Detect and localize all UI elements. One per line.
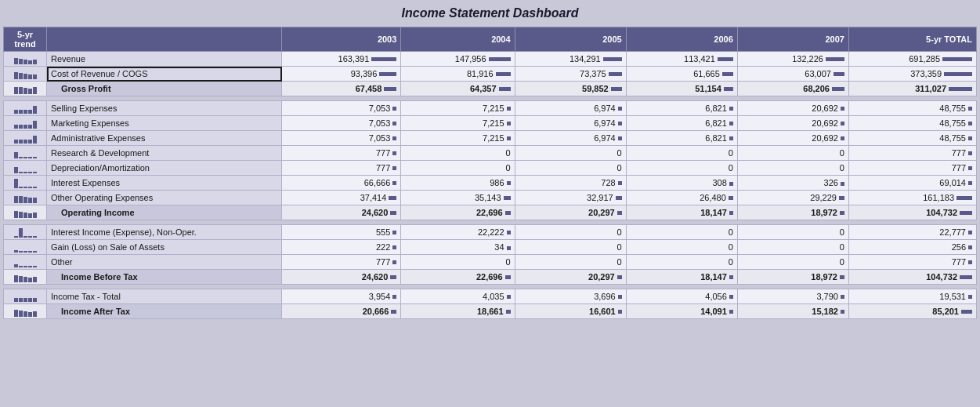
trend-cell <box>4 67 47 82</box>
year-2006-header: 2006 <box>626 27 737 52</box>
value-cogs-1: 81,916 <box>401 67 515 82</box>
row-label-marketing: Marketing Expenses <box>47 116 282 131</box>
table-row: Interest Expenses66,66698672830832669,01… <box>4 176 977 191</box>
value-gain_loss-3: 0 <box>626 240 737 255</box>
row-label-depr: Depreciation/Amortization <box>47 161 282 176</box>
trend-cell <box>4 101 47 116</box>
trend-cell <box>4 304 47 319</box>
trend-cell <box>4 255 47 270</box>
row-label-income_after_tax: Income After Tax <box>47 304 282 319</box>
value-interest_nonoper-1: 22,222 <box>401 225 515 240</box>
value-other2-0: 777 <box>282 255 401 270</box>
value-income_before_tax-4: 18,972 <box>737 270 848 285</box>
value-income_tax-3: 4,056 <box>626 289 737 304</box>
year-2007-header: 2007 <box>737 27 848 52</box>
dashboard: Income Statement Dashboard 5-yr trend 20… <box>0 0 980 322</box>
table-row: Income Before Tax24,62022,69620,29718,14… <box>4 270 977 285</box>
value-gross_profit-0: 67,458 <box>282 82 401 96</box>
value-rd-5: 777 <box>848 146 976 161</box>
value-income_after_tax-0: 20,666 <box>282 304 401 319</box>
trend-cell <box>4 176 47 191</box>
value-other2-4: 0 <box>737 255 848 270</box>
value-gain_loss-0: 222 <box>282 240 401 255</box>
value-interest_exp-1: 986 <box>401 176 515 191</box>
value-marketing-1: 7,215 <box>401 116 515 131</box>
value-admin-5: 48,755 <box>848 131 976 146</box>
table-row: Gain (Loss) on Sale of Assets22234000256 <box>4 240 977 255</box>
value-rd-1: 0 <box>401 146 515 161</box>
trend-cell <box>4 240 47 255</box>
value-rd-3: 0 <box>626 146 737 161</box>
value-income_after_tax-4: 15,182 <box>737 304 848 319</box>
value-income_before_tax-0: 24,620 <box>282 270 401 285</box>
value-admin-0: 7,053 <box>282 131 401 146</box>
value-op_income-3: 18,147 <box>626 205 737 220</box>
value-income_after_tax-1: 18,661 <box>401 304 515 319</box>
row-label-op_income: Operating Income <box>47 205 282 220</box>
value-rd-0: 777 <box>282 146 401 161</box>
value-income_tax-5: 19,531 <box>848 289 976 304</box>
value-interest_exp-3: 308 <box>626 176 737 191</box>
value-marketing-4: 20,692 <box>737 116 848 131</box>
value-other2-3: 0 <box>626 255 737 270</box>
value-interest_exp-4: 326 <box>737 176 848 191</box>
value-marketing-3: 6,821 <box>626 116 737 131</box>
table-row: Operating Income24,62022,69620,29718,147… <box>4 205 977 220</box>
table-row: Other Operating Expenses37,41435,14332,9… <box>4 191 977 205</box>
value-selling-1: 7,215 <box>401 101 515 116</box>
value-other2-5: 777 <box>848 255 976 270</box>
value-income_tax-0: 3,954 <box>282 289 401 304</box>
trend-cell <box>4 270 47 285</box>
trend-cell <box>4 82 47 96</box>
trend-cell <box>4 191 47 205</box>
value-other2-1: 0 <box>401 255 515 270</box>
page-title: Income Statement Dashboard <box>3 6 977 20</box>
value-admin-2: 6,974 <box>515 131 626 146</box>
value-gross_profit-2: 59,852 <box>515 82 626 96</box>
table-row: Depreciation/Amortization7770000777 <box>4 161 977 176</box>
row-label-income_before_tax: Income Before Tax <box>47 270 282 285</box>
table-row: Income Tax - Total3,9544,0353,6964,0563,… <box>4 289 977 304</box>
value-income_tax-1: 4,035 <box>401 289 515 304</box>
table-row: Revenue163,391147,956134,291113,421132,2… <box>4 52 977 67</box>
year-2004-header: 2004 <box>401 27 515 52</box>
trend-cell <box>4 52 47 67</box>
row-label-other2: Other <box>47 255 282 270</box>
value-selling-3: 6,821 <box>626 101 737 116</box>
table-row: Other7770000777 <box>4 255 977 270</box>
row-label-revenue: Revenue <box>47 52 282 67</box>
value-interest_exp-2: 728 <box>515 176 626 191</box>
value-interest_exp-5: 69,014 <box>848 176 976 191</box>
table-row: Income After Tax20,66618,66116,60114,091… <box>4 304 977 319</box>
value-op_income-2: 20,297 <box>515 205 626 220</box>
value-other_oper-2: 32,917 <box>515 191 626 205</box>
value-selling-2: 6,974 <box>515 101 626 116</box>
value-selling-0: 7,053 <box>282 101 401 116</box>
row-label-other_oper: Other Operating Expenses <box>47 191 282 205</box>
value-cogs-4: 63,007 <box>737 67 848 82</box>
value-op_income-4: 18,972 <box>737 205 848 220</box>
value-gain_loss-4: 0 <box>737 240 848 255</box>
value-depr-5: 777 <box>848 161 976 176</box>
value-cogs-5: 373,359 <box>848 67 976 82</box>
income-statement-table: 5-yr trend 2003 2004 2005 2006 2007 5-yr… <box>3 27 977 319</box>
value-revenue-3: 113,421 <box>626 52 737 67</box>
row-label-selling: Selling Expenses <box>47 101 282 116</box>
trend-cell <box>4 161 47 176</box>
table-header: 5-yr trend 2003 2004 2005 2006 2007 5-yr… <box>4 27 977 52</box>
row-label-gain_loss: Gain (Loss) on Sale of Assets <box>47 240 282 255</box>
value-op_income-0: 24,620 <box>282 205 401 220</box>
trend-header: 5-yr trend <box>4 27 47 52</box>
value-admin-1: 7,215 <box>401 131 515 146</box>
value-interest_nonoper-0: 555 <box>282 225 401 240</box>
value-gain_loss-2: 0 <box>515 240 626 255</box>
value-op_income-5: 104,732 <box>848 205 976 220</box>
value-interest_nonoper-3: 0 <box>626 225 737 240</box>
trend-cell <box>4 289 47 304</box>
year-2005-header: 2005 <box>515 27 626 52</box>
value-cogs-2: 73,375 <box>515 67 626 82</box>
row-label-interest_exp: Interest Expenses <box>47 176 282 191</box>
row-label-rd: Research & Development <box>47 146 282 161</box>
value-admin-4: 20,692 <box>737 131 848 146</box>
table-row: Selling Expenses7,0537,2156,9746,82120,6… <box>4 101 977 116</box>
